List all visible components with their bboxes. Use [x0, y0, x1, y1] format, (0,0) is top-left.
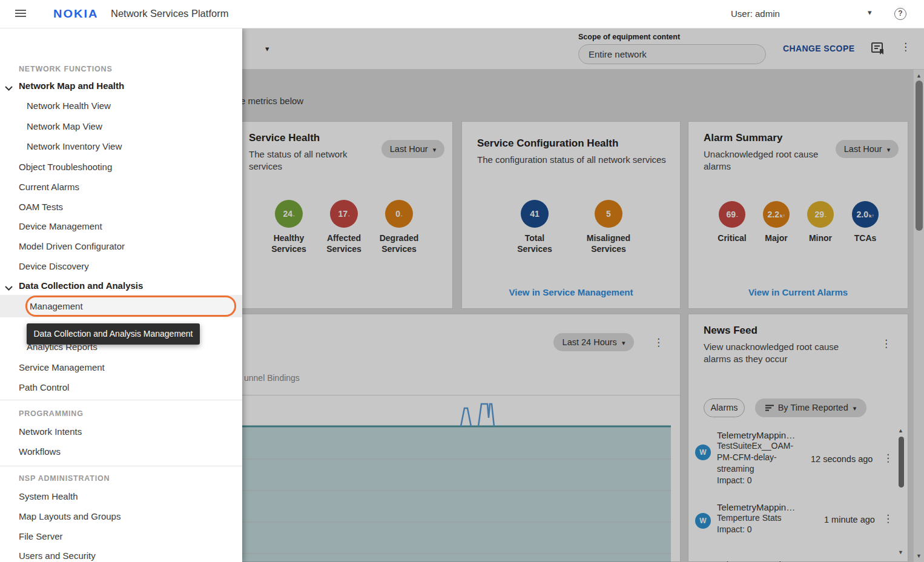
chevron-down-icon: ▾ — [622, 339, 625, 346]
chevron-down-icon: ▾ — [853, 405, 857, 412]
news-feed-card: News Feed ⋮ View unacknowledged root cau… — [688, 314, 908, 562]
sidebar-item-map-layouts-and-groups[interactable]: Map Layouts and Groups — [19, 511, 120, 521]
sidebar-item-users-and-security[interactable]: Users and Security — [19, 550, 96, 561]
news-item-impact: Impact: 0 — [717, 524, 814, 535]
news-item-time: 1 minute ago — [824, 515, 875, 524]
sidebar-item-model-driven-configurator[interactable]: Model Driven Configurator — [19, 241, 125, 251]
page-scrollbar[interactable]: ▲ ▼ — [913, 70, 924, 562]
dashboard-notice-fragment: e metrics below — [240, 96, 303, 106]
change-scope-button[interactable]: CHANGE SCOPE — [783, 44, 854, 53]
scrollbar-thumb[interactable] — [916, 81, 923, 231]
sidebar-group-network-map-and-health[interactable]: Network Map and Health — [19, 81, 124, 91]
utilization-chart-card: Last 24 Hours▾ ⋮ unnel Bindings — [233, 314, 681, 562]
service-config-health-card: Service Configuration Health The configu… — [461, 121, 681, 309]
tab-label-fragment[interactable]: unnel Bindings — [244, 373, 300, 383]
user-menu[interactable]: User: admin — [731, 8, 780, 19]
sidebar-section-programming: PROGRAMMING — [19, 409, 84, 418]
avatar: W — [695, 513, 711, 529]
sidebar-item-network-map-view[interactable]: Network Map View — [27, 121, 102, 131]
card-subtitle: View unacknowledged root cause alarms as… — [704, 341, 867, 366]
scope-label: Scope of equipment content — [578, 33, 680, 41]
sidebar-item-path-control[interactable]: Path Control — [19, 382, 69, 392]
alarm-summary-card: Alarm Summary Unacknowledged root cause … — [688, 121, 908, 309]
sidebar-item-system-health[interactable]: System Health — [19, 491, 78, 501]
metric-total-services: 41 TotalServices — [501, 200, 568, 254]
toolbar-kebab-menu[interactable]: ⋮ — [900, 41, 911, 53]
period-dropdown[interactable]: Last Hour▾ — [836, 140, 899, 158]
metric-tcas: 2.0k↑ TCAs — [832, 201, 899, 243]
alarms-filter-pill[interactable]: Alarms — [704, 398, 745, 417]
sidebar-item-network-intents[interactable]: Network Intents — [19, 426, 82, 437]
sidebar-item-management[interactable]: Management — [25, 296, 236, 317]
service-health-card: Service Health The status of all network… — [233, 121, 453, 309]
chevron-down-icon[interactable]: ▾ — [868, 8, 872, 17]
sidebar-item-service-management[interactable]: Service Management — [19, 362, 105, 372]
news-item[interactable]: W TelemetryMappin… System info Stats Imp… — [688, 555, 909, 562]
news-item[interactable]: W TelemetryMappin… Temperture Stats Impa… — [688, 497, 909, 546]
sidebar-item-oam-tests[interactable]: OAM Tests — [19, 202, 63, 212]
sidebar-item-network-health-view[interactable]: Network Health View — [27, 101, 111, 111]
sidebar-section-nsp-administration: NSP ADMINISTRATION — [19, 474, 110, 483]
utilization-line-chart[interactable] — [234, 395, 671, 562]
news-item-title: TelemetryMappin… — [717, 502, 814, 512]
metric-misaligned-services: 5 MisalignedServices — [575, 200, 642, 254]
period-dropdown[interactable]: Last 24 Hours▾ — [553, 333, 634, 351]
view-in-current-alarms-link[interactable]: View in Current Alarms — [688, 287, 908, 297]
avatar: W — [695, 445, 711, 460]
news-item-time: 12 seconds ago — [811, 454, 873, 464]
card-title: News Feed — [704, 325, 757, 337]
scope-input[interactable]: Entire network — [578, 44, 766, 64]
card-subtitle: The configuration status of all network … — [477, 154, 671, 166]
metric-circle: 2.0k↑ — [852, 201, 879, 228]
divider — [0, 400, 242, 400]
hamburger-menu-icon[interactable] — [15, 10, 26, 18]
view-in-service-management-link[interactable]: View in Service Management — [462, 287, 680, 297]
sidebar-section-network-functions: NETWORK FUNCTIONS — [19, 65, 113, 73]
metric-circle: 17- — [330, 200, 358, 228]
metric-circle: 69- — [719, 201, 745, 228]
card-title: Service Configuration Health — [477, 137, 618, 150]
divider — [0, 466, 242, 466]
card-title: Alarm Summary — [704, 132, 782, 144]
top-bar: NOKIA Network Services Platform User: ad… — [0, 0, 924, 28]
metric-circle: 2.2k↑ — [763, 201, 790, 228]
sidebar-item-current-alarms[interactable]: Current Alarms — [19, 182, 79, 192]
sidebar-item-device-management[interactable]: Device Management — [19, 221, 102, 231]
navigation-sidebar: NETWORK FUNCTIONS Network Map and Health… — [0, 28, 242, 562]
sidebar-item-network-inventory-view[interactable]: Network Inventory View — [27, 141, 122, 151]
card-kebab-menu[interactable]: ⋮ — [881, 337, 891, 350]
scroll-up-icon[interactable]: ▲ — [916, 73, 922, 79]
news-item-title: TelemetryMappin… — [717, 560, 814, 562]
tooltip: Data Collection and Analysis Management — [27, 323, 200, 345]
saved-views-icon[interactable] — [871, 41, 885, 58]
chevron-down-icon: ▾ — [887, 146, 891, 153]
scroll-down-icon[interactable]: ▼ — [916, 553, 922, 559]
sidebar-item-object-troubleshooting[interactable]: Object Troubleshooting — [19, 162, 112, 172]
metric-degraded-services: 0- DegradedServices — [366, 200, 432, 254]
sidebar-item-workflows[interactable]: Workflows — [19, 446, 61, 457]
metric-circle: 41 — [521, 200, 549, 228]
news-item[interactable]: W TelemetryMappin… TestSuiteEx__OAM- PM-… — [688, 426, 909, 493]
news-item-kebab-menu[interactable]: ⋮ — [883, 452, 893, 464]
scroll-up-icon[interactable]: ▲ — [898, 428, 903, 434]
sidebar-item-device-discovery[interactable]: Device Discovery — [19, 261, 89, 271]
news-item-impact: Impact: 0 — [717, 475, 814, 486]
news-item-kebab-menu[interactable]: ⋮ — [883, 512, 893, 525]
metric-circle: 5 — [595, 200, 622, 228]
chevron-down-icon: ▾ — [433, 146, 437, 153]
metric-circle: 24- — [275, 200, 303, 228]
scrollbar-thumb[interactable] — [899, 437, 904, 488]
hidden-dropdown-caret-icon[interactable]: ▾ — [265, 44, 269, 53]
spike-series — [461, 404, 494, 426]
sort-icon — [765, 405, 774, 411]
app-title: Network Services Platform — [111, 8, 228, 19]
chevron-down-icon — [5, 82, 13, 93]
scroll-down-icon[interactable]: ▼ — [898, 549, 903, 555]
period-dropdown[interactable]: Last Hour▾ — [381, 140, 444, 158]
metric-circle: 0- — [385, 200, 413, 228]
sidebar-group-data-collection-and-analysis[interactable]: Data Collection and Analysis — [19, 280, 143, 291]
help-icon[interactable]: ? — [894, 8, 906, 20]
sidebar-item-file-server[interactable]: File Server — [19, 531, 63, 541]
sort-dropdown[interactable]: By Time Reported▾ — [755, 398, 866, 417]
card-kebab-menu[interactable]: ⋮ — [653, 336, 664, 349]
